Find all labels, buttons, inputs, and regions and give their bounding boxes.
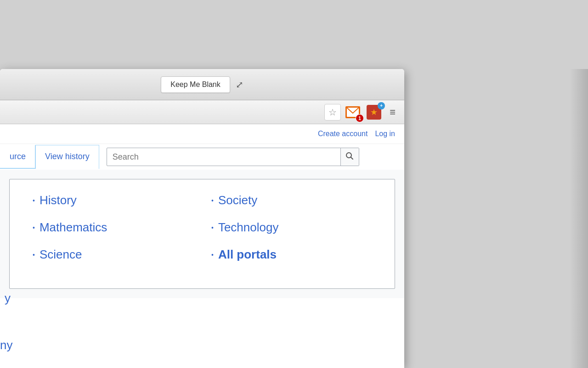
star-icon: ☆: [328, 107, 337, 118]
topic-society-link[interactable]: Society: [218, 193, 257, 207]
list-item: • All portals: [211, 247, 372, 262]
wiki-content-area: • History • Mathematics • Science: [0, 170, 404, 298]
mail-badge: 1: [356, 114, 364, 122]
svg-line-2: [351, 157, 353, 159]
topics-left-column: • History • Mathematics • Science: [23, 193, 202, 275]
expand-icon[interactable]: ⤢: [236, 79, 243, 90]
readitlater-star-icon: ★: [370, 107, 378, 117]
nav-tabs: urce View history: [0, 145, 99, 169]
search-button[interactable]: [340, 148, 359, 166]
bullet-icon: •: [33, 251, 35, 259]
browser-toolbar: ☆ 1 ★ + ≡: [0, 100, 404, 124]
search-input[interactable]: [107, 152, 340, 162]
topic-history-link[interactable]: History: [40, 193, 77, 207]
partial-text-y: y: [5, 291, 11, 305]
bullet-icon: •: [211, 197, 214, 204]
list-item: • Science: [33, 247, 193, 262]
mail-button[interactable]: 1: [344, 104, 362, 121]
hamburger-menu-button[interactable]: ≡: [386, 104, 400, 120]
readitlater-button[interactable]: ★ +: [365, 104, 383, 121]
bullet-icon: •: [33, 197, 35, 204]
topic-all-portals-link[interactable]: All portals: [218, 247, 277, 262]
account-bar: Create account Log in: [0, 124, 404, 144]
wiki-card: • History • Mathematics • Science: [9, 179, 395, 289]
tab-view-history-label: View history: [45, 152, 90, 161]
partial-text-ny: ny: [0, 338, 12, 352]
bullet-icon: •: [211, 251, 214, 259]
topics-right-column: • Society • Technology • All portals: [202, 193, 381, 275]
tab-view-history[interactable]: View history: [35, 145, 99, 169]
topics-grid: • History • Mathematics • Science: [23, 193, 381, 275]
star-button[interactable]: ☆: [324, 104, 341, 121]
nav-tab-row: urce View history: [0, 144, 404, 170]
search-icon: [345, 152, 354, 162]
search-input-wrapper: [107, 148, 359, 166]
keep-me-blank-button[interactable]: Keep Me Blank: [161, 76, 230, 93]
topic-mathematics-link[interactable]: Mathematics: [40, 220, 107, 235]
list-item: • Technology: [211, 220, 372, 235]
topic-technology-link[interactable]: Technology: [218, 220, 279, 235]
tab-source[interactable]: urce: [0, 145, 35, 168]
page-content: Create account Log in urce View history: [0, 124, 404, 298]
bullet-icon: •: [33, 224, 35, 231]
tab-source-label: urce: [10, 152, 26, 161]
list-item: • Society: [211, 193, 372, 207]
create-account-link[interactable]: Create account: [318, 130, 368, 138]
bullet-icon: •: [211, 224, 214, 231]
address-bar-container: Keep Me Blank ⤢: [5, 76, 400, 93]
browser-window: Keep Me Blank ⤢ ☆ 1 ★ + ≡: [0, 69, 404, 368]
list-item: • History: [33, 193, 193, 207]
list-item: • Mathematics: [33, 220, 193, 235]
browser-chrome: Keep Me Blank ⤢: [0, 69, 404, 100]
log-in-link[interactable]: Log in: [375, 130, 395, 138]
readitlater-badge: +: [378, 102, 385, 109]
search-container: [99, 144, 404, 170]
topic-science-link[interactable]: Science: [40, 247, 82, 262]
